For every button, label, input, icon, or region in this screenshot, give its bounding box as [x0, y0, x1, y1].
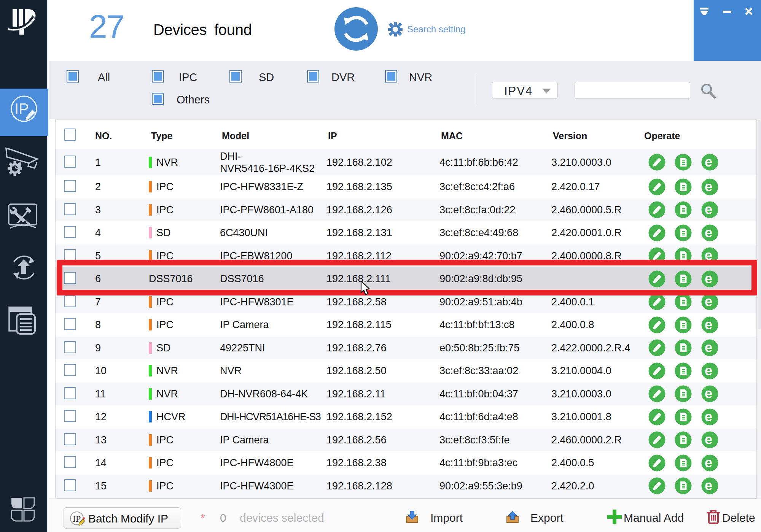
svg-text:e: e	[705, 202, 712, 217]
svg-text:e: e	[705, 317, 712, 332]
svg-text:e: e	[705, 340, 712, 355]
svg-text:IP: IP	[73, 514, 81, 524]
svg-text:e: e	[705, 294, 712, 309]
svg-text:IP: IP	[14, 100, 29, 117]
svg-text:e: e	[705, 363, 712, 378]
svg-text:e: e	[705, 478, 712, 493]
svg-text:e: e	[705, 386, 712, 401]
svg-text:e: e	[705, 225, 712, 240]
svg-text:e: e	[705, 409, 712, 424]
svg-text:e: e	[705, 179, 712, 194]
svg-text:e: e	[705, 154, 712, 170]
svg-text:e: e	[705, 455, 712, 470]
svg-text:e: e	[705, 432, 712, 447]
